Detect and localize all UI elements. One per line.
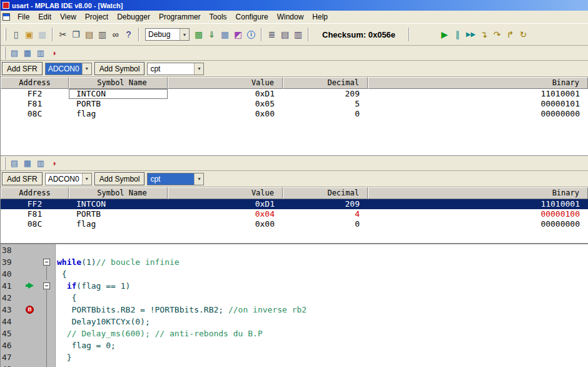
- menu-view[interactable]: View: [56, 11, 81, 23]
- add-symbol-button[interactable]: Add Symbol: [94, 172, 145, 185]
- save-file-icon[interactable]: ▦: [36, 28, 49, 41]
- memory-view-icon[interactable]: ▤: [278, 28, 291, 41]
- code-text[interactable]: flag = 0;: [56, 339, 116, 351]
- step-over-icon[interactable]: ↷: [490, 28, 504, 41]
- marker-margin[interactable]: [22, 268, 42, 280]
- step-out-icon[interactable]: ↱: [504, 28, 517, 41]
- code-text[interactable]: }: [56, 351, 71, 363]
- editor-gutter[interactable]: 42: [1, 292, 56, 304]
- chevron-down-icon[interactable]: ▼: [180, 29, 189, 40]
- breakpoint-icon[interactable]: B: [26, 306, 34, 314]
- open-file-icon[interactable]: ▣: [23, 28, 36, 41]
- copy-icon[interactable]: ❐: [69, 28, 83, 41]
- code-text[interactable]: while(1)// boucle infinie: [56, 256, 180, 268]
- editor-gutter[interactable]: 39−: [1, 256, 56, 268]
- menu-debugger[interactable]: Debugger: [113, 11, 155, 23]
- editor-gutter[interactable]: 41−: [1, 280, 56, 292]
- column-header-binary[interactable]: Binary: [368, 187, 588, 199]
- build-icon[interactable]: ◩: [231, 28, 245, 41]
- menu-tools[interactable]: Tools: [205, 11, 231, 23]
- code-text[interactable]: {: [56, 292, 76, 304]
- marker-margin[interactable]: [22, 351, 42, 363]
- marker-margin[interactable]: B: [22, 304, 42, 316]
- help-icon[interactable]: ?: [122, 28, 135, 41]
- menu-configure[interactable]: Configure: [231, 11, 273, 23]
- sfr-combobox[interactable]: ADCON0 ▼: [45, 63, 92, 75]
- table-paste-icon[interactable]: ▦: [22, 48, 33, 59]
- animate-icon[interactable]: ▶▶: [464, 28, 477, 41]
- marker-margin[interactable]: [22, 280, 42, 292]
- watch-row-portb[interactable]: F81PORTB0x05500000101: [1, 99, 588, 109]
- reset-icon[interactable]: ↻: [517, 28, 530, 41]
- column-header-decimal[interactable]: Decimal: [283, 187, 368, 199]
- menu-file[interactable]: File: [13, 11, 34, 23]
- download-icon[interactable]: ⇓: [205, 28, 218, 41]
- code-text[interactable]: if(flag == 1): [56, 280, 130, 292]
- menu-edit[interactable]: Edit: [34, 11, 56, 23]
- find-icon[interactable]: ∞: [109, 28, 122, 41]
- column-header-symbol[interactable]: Symbol Name: [69, 77, 168, 89]
- chevron-down-icon[interactable]: ▼: [82, 173, 91, 185]
- menu-programmer[interactable]: Programmer: [155, 11, 205, 23]
- toolbar-grip[interactable]: [4, 157, 6, 170]
- paste-icon[interactable]: ▤: [83, 28, 96, 41]
- editor-gutter[interactable]: 46: [1, 339, 56, 351]
- marker-margin[interactable]: [22, 244, 42, 256]
- globe-icon[interactable]: ◑: [48, 48, 59, 59]
- chevron-down-icon[interactable]: ▼: [194, 173, 203, 185]
- editor-gutter[interactable]: 44: [1, 316, 56, 328]
- watch-row-intcon[interactable]: FF2INTCON0xD120911010001: [1, 199, 588, 209]
- info-icon[interactable]: i: [245, 28, 258, 41]
- marker-margin[interactable]: [22, 328, 42, 339]
- add-sfr-button[interactable]: Add SFR: [2, 62, 43, 75]
- eeprom-view-icon[interactable]: ▥: [291, 28, 305, 41]
- marker-margin[interactable]: [22, 316, 42, 328]
- toolbar-grip[interactable]: [4, 47, 6, 59]
- editor-gutter[interactable]: 38: [1, 244, 56, 256]
- add-sfr-button[interactable]: Add SFR: [2, 172, 43, 185]
- editor-gutter[interactable]: 40: [1, 268, 56, 280]
- new-file-icon[interactable]: ▯: [9, 28, 23, 41]
- add-symbol-button[interactable]: Add Symbol: [94, 62, 145, 75]
- fold-toggle-icon[interactable]: −: [43, 282, 50, 289]
- code-text[interactable]: [56, 363, 57, 367]
- column-header-value[interactable]: Value: [168, 77, 283, 89]
- column-header-value[interactable]: Value: [168, 187, 283, 199]
- menu-project[interactable]: Project: [81, 11, 113, 23]
- table-paste-icon[interactable]: ▦: [22, 158, 33, 169]
- column-header-binary[interactable]: Binary: [368, 77, 588, 89]
- globe-icon[interactable]: ◑: [48, 158, 59, 169]
- code-text[interactable]: // Delay_ms(600); // anti-rebonds du B.P: [56, 328, 263, 339]
- editor-gutter[interactable]: 47: [1, 351, 56, 363]
- menu-window[interactable]: Window: [273, 11, 308, 23]
- marker-margin[interactable]: [22, 363, 42, 367]
- run-icon[interactable]: ▶: [438, 28, 451, 41]
- target-board-icon[interactable]: ▩: [192, 28, 205, 41]
- code-text[interactable]: PORTBbits.RB2 = !PORTBbits.RB2; //on inv…: [56, 304, 307, 316]
- watch-row-portb[interactable]: F81PORTB0x04400000100: [1, 209, 588, 219]
- marker-margin[interactable]: [22, 256, 42, 268]
- debug-mode-combobox[interactable]: Debug ▼: [145, 28, 190, 41]
- code-editor[interactable]: 3839−while(1)// boucle infinie40 {41− if…: [1, 244, 588, 367]
- table-copy-icon[interactable]: ▤: [9, 48, 20, 59]
- watch-row-flag[interactable]: 08Cflag0x00000000000: [1, 109, 588, 119]
- table-copy-icon[interactable]: ▤: [9, 158, 20, 169]
- column-header-symbol[interactable]: Symbol Name: [69, 187, 168, 199]
- column-header-address[interactable]: Address: [1, 187, 69, 199]
- titlebar[interactable]: usart - MPLAB IDE v8.00 - [Watch]: [1, 0, 588, 11]
- code-text[interactable]: {: [56, 268, 67, 280]
- table-export-icon[interactable]: ▥: [35, 48, 46, 59]
- save-workspace-icon[interactable]: ▦: [218, 28, 231, 41]
- menu-help[interactable]: Help: [308, 11, 332, 23]
- chevron-down-icon[interactable]: ▼: [82, 63, 91, 75]
- table-export-icon[interactable]: ▥: [35, 158, 46, 169]
- code-text[interactable]: [56, 244, 57, 256]
- symbol-combobox[interactable]: cpt ▼: [147, 173, 204, 185]
- watch-row-flag[interactable]: 08Cflag0x00000000000: [1, 219, 588, 229]
- marker-margin[interactable]: [22, 339, 42, 351]
- marker-margin[interactable]: [22, 292, 42, 304]
- editor-gutter[interactable]: 48: [1, 363, 56, 367]
- step-into-icon[interactable]: ↴: [477, 28, 490, 41]
- column-header-decimal[interactable]: Decimal: [283, 77, 368, 89]
- chevron-down-icon[interactable]: ▼: [194, 63, 203, 75]
